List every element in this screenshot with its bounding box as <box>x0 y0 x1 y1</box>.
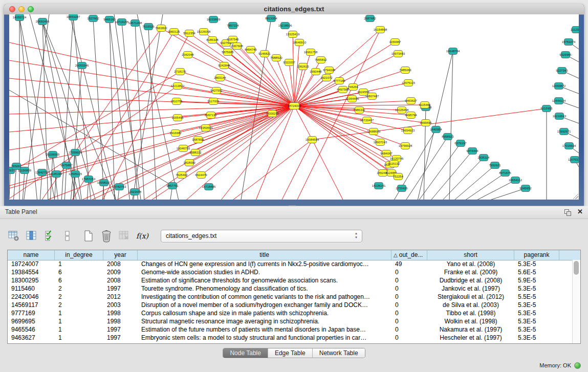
graph-node[interactable]: 18724007 <box>288 103 301 110</box>
graph-node[interactable]: 14055724 <box>13 14 27 21</box>
graph-node[interactable]: 16648784 <box>446 48 460 55</box>
graph-node[interactable]: 12444134 <box>552 98 566 104</box>
graph-node[interactable]: 12353594 <box>199 125 213 132</box>
column-header-short[interactable]: short <box>427 250 514 260</box>
graph-node[interactable]: 9187546 <box>227 36 239 43</box>
graph-node[interactable]: 9227343 <box>556 68 568 74</box>
graph-node[interactable]: 6794028 <box>323 67 335 74</box>
graph-node[interactable]: 9466160 <box>103 16 116 23</box>
graph-node[interactable]: 8813054 <box>265 15 277 22</box>
graph-node[interactable]: 14671368 <box>128 20 142 27</box>
window-titlebar[interactable]: citations_edges.txt <box>4 4 584 15</box>
graph-node[interactable]: 10688609 <box>367 128 381 135</box>
graph-node[interactable]: 18907243 <box>374 139 387 146</box>
graph-node[interactable]: 9146821 <box>258 51 271 57</box>
graph-node[interactable]: 7663822 <box>155 25 167 32</box>
graph-node[interactable]: 7932621 <box>489 162 501 169</box>
graph-node[interactable]: 9495794 <box>405 112 417 119</box>
graph-node[interactable]: 2718176 <box>174 69 186 75</box>
graph-node[interactable]: 1921072 <box>320 75 333 81</box>
graph-node[interactable]: 9215955 <box>540 105 553 112</box>
graph-node[interactable]: 17016504 <box>562 143 576 149</box>
graph-node[interactable]: 16033809 <box>207 16 221 23</box>
graph-node[interactable]: 9245652 <box>519 185 532 192</box>
graph-node[interactable]: 1733426 <box>396 185 408 192</box>
graph-node[interactable]: 1527602 <box>87 15 99 22</box>
graph-node[interactable]: 17957253 <box>82 176 96 183</box>
graph-node[interactable]: 8471676 <box>499 170 511 177</box>
graph-node[interactable]: 19384554 <box>306 137 319 143</box>
graph-node[interactable]: 1640954 <box>430 126 442 133</box>
graph-node[interactable]: 6497568 <box>337 86 349 93</box>
graph-node[interactable]: 19756928 <box>399 143 412 149</box>
graph-node[interactable]: 21364456 <box>345 96 359 102</box>
graph-node[interactable]: 9115132 <box>388 161 401 167</box>
graph-node[interactable]: 2935114 <box>478 155 490 161</box>
graph-node[interactable]: 1362615 <box>297 63 309 70</box>
float-window-icon[interactable] <box>564 209 571 215</box>
graph-node[interactable]: 1587834 <box>192 137 204 143</box>
graph-node[interactable]: 5912354 <box>183 30 195 37</box>
graph-node[interactable]: 1005495 <box>171 115 184 121</box>
graph-node[interactable]: 9975887 <box>60 162 73 169</box>
graph-node[interactable]: 13325419 <box>286 31 300 38</box>
function-builder-button[interactable]: f(x) <box>136 229 149 243</box>
vertical-scrollbar[interactable] <box>572 260 580 343</box>
memory-status-indicator[interactable] <box>574 362 581 369</box>
graph-node[interactable]: 12975115 <box>402 80 416 86</box>
graph-node[interactable]: 18640910 <box>293 39 307 46</box>
graph-node[interactable]: 9115460 <box>419 102 431 108</box>
unselect-all-button[interactable] <box>61 229 74 243</box>
column-header-out_degree[interactable]: △out_de... <box>391 250 427 260</box>
graph-node[interactable]: 15751074 <box>562 39 576 46</box>
table-row[interactable]: 1938455462009Genome-wide association stu… <box>8 268 572 276</box>
table-row[interactable]: 977716911998Corpus callosum shape and si… <box>8 309 572 317</box>
graph-node[interactable]: 20053346 <box>75 62 89 69</box>
delete-table-button[interactable] <box>118 229 131 243</box>
graph-node[interactable]: 6914479 <box>195 172 207 179</box>
graph-node[interactable]: 1145194 <box>51 171 63 178</box>
graph-node[interactable]: 9777169 <box>333 78 345 84</box>
graph-node[interactable]: 9463627 <box>405 98 417 104</box>
graph-node[interactable]: 10653287 <box>67 14 80 20</box>
graph-node[interactable]: 15226058 <box>197 29 211 35</box>
graph-node[interactable]: 7485063 <box>399 67 411 74</box>
delete-entries-button[interactable] <box>100 229 113 243</box>
graph-node[interactable]: 1112384 <box>571 27 579 33</box>
graph-node[interactable]: 8958923 <box>442 134 454 140</box>
graph-node[interactable]: 7515526 <box>142 24 155 30</box>
new-table-button[interactable] <box>82 229 95 243</box>
table-row[interactable]: 1456911722003Disruption of a novel membe… <box>8 301 572 309</box>
column-header-pagerank[interactable]: pagerank <box>514 250 559 260</box>
graph-node[interactable]: 9960125 <box>168 29 180 35</box>
graph-node[interactable]: 7588520 <box>270 55 282 61</box>
graph-node[interactable]: 19218506 <box>278 23 292 29</box>
graph-node[interactable]: 752254 <box>393 173 404 180</box>
show-columns-button[interactable] <box>25 229 38 243</box>
column-header-year[interactable]: year <box>103 250 138 260</box>
graph-node[interactable]: 12093872 <box>552 83 566 90</box>
graph-node[interactable]: 17359928 <box>69 149 82 156</box>
close-panel-icon[interactable]: ✕ <box>577 208 583 215</box>
graph-node[interactable]: 9427552 <box>210 87 223 94</box>
graph-node[interactable]: 9699695 <box>420 120 432 126</box>
graph-node[interactable]: 16210643 <box>553 113 567 120</box>
select-all-button[interactable] <box>43 229 56 243</box>
table-selector-dropdown[interactable]: citations_edges.txt ▲ ▼ <box>161 230 362 243</box>
table-row[interactable]: 1830029562008Estimation of significance … <box>8 276 572 285</box>
graph-node[interactable]: 20206505 <box>46 151 60 158</box>
graph-node[interactable]: 2687682 <box>364 15 376 22</box>
graph-node[interactable]: 1810755 <box>170 98 183 105</box>
graph-node[interactable]: 9117004 <box>208 98 220 105</box>
graph-node[interactable]: 7857224 <box>227 23 239 29</box>
graph-node[interactable]: 9474444 <box>466 148 478 155</box>
graph-node[interactable]: 12505115 <box>69 171 82 178</box>
table-options-button[interactable] <box>7 229 20 243</box>
graph-node[interactable]: 8267130 <box>205 112 217 119</box>
graph-node[interactable]: 6379197 <box>454 140 467 147</box>
table-row[interactable]: 2242004622012Investigating the contribut… <box>8 293 572 301</box>
graph-node[interactable]: 20691406 <box>36 18 50 25</box>
table-row[interactable]: 946362711997Embryonic stem cells: a mode… <box>8 334 572 342</box>
tab-edge-table[interactable]: Edge Table <box>268 348 312 358</box>
column-header-title[interactable]: title <box>138 250 391 260</box>
